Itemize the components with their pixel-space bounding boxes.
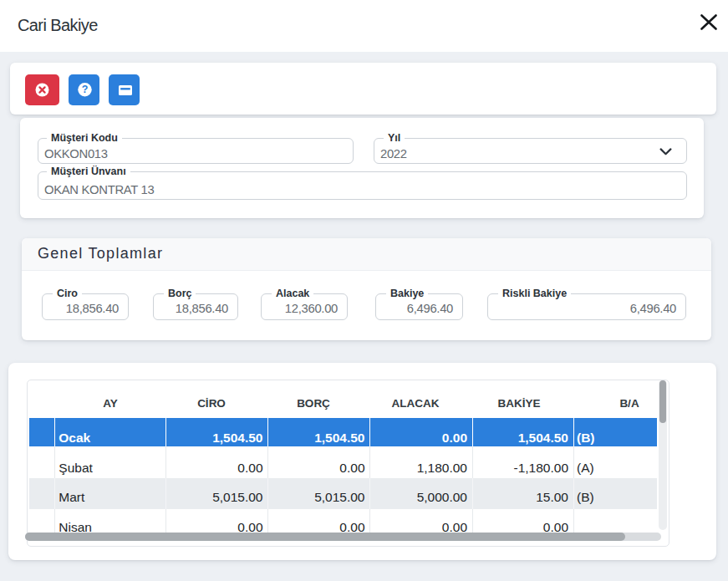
svg-text:?: ? — [82, 84, 89, 95]
